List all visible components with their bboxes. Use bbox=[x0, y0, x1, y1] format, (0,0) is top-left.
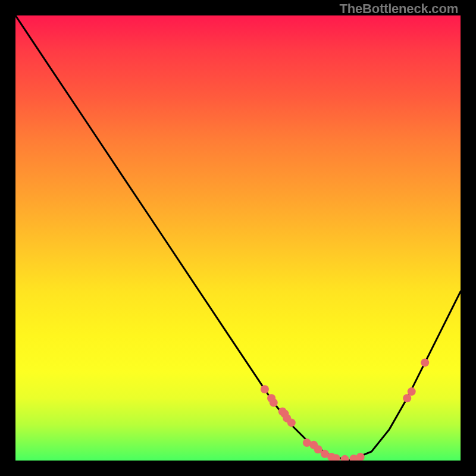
watermark-text: TheBottleneck.com bbox=[339, 1, 458, 17]
chart-marker bbox=[287, 418, 296, 427]
chart-curve bbox=[15, 15, 461, 461]
chart-marker bbox=[341, 455, 349, 461]
chart-marker bbox=[408, 387, 416, 396]
chart-marker bbox=[421, 358, 429, 367]
chart-marker bbox=[261, 385, 269, 393]
chart-markers bbox=[261, 358, 429, 461]
chart-container bbox=[15, 15, 461, 461]
chart-marker bbox=[270, 399, 278, 407]
chart-svg bbox=[15, 15, 461, 461]
